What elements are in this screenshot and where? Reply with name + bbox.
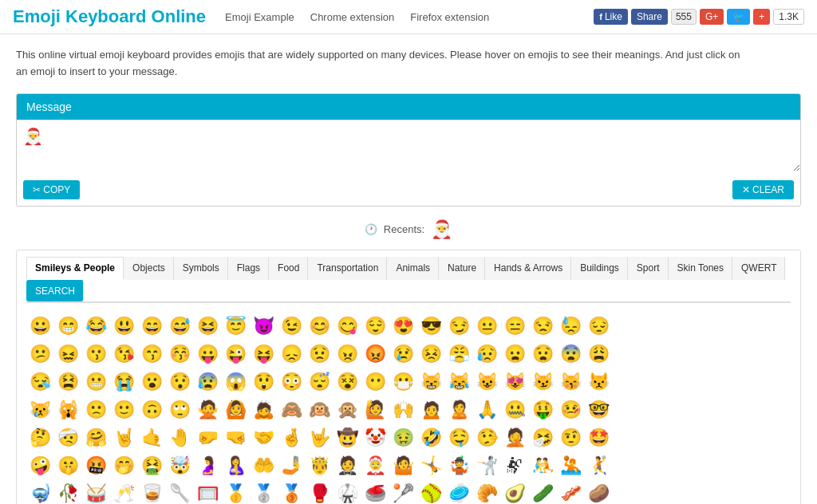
site-title[interactable]: Emoji Keyboard Online <box>13 6 206 27</box>
emoji-cell[interactable]: 🥍 <box>389 480 416 504</box>
share-button[interactable]: Share <box>631 9 668 25</box>
emoji-cell[interactable]: 😟 <box>306 341 333 368</box>
emoji-cell[interactable]: 😖 <box>54 341 81 368</box>
emoji-cell[interactable]: 🤝 <box>250 424 277 451</box>
emoji-cell[interactable]: 😫 <box>54 368 81 396</box>
emoji-cell[interactable]: 🤾 <box>585 452 612 479</box>
emoji-cell[interactable]: 🤺 <box>473 452 500 479</box>
emoji-cell[interactable]: 🙏 <box>473 396 500 423</box>
emoji-cell[interactable]: 🤠 <box>334 424 361 451</box>
tab-hands---arrows[interactable]: Hands & Arrows <box>485 257 571 280</box>
emoji-cell[interactable]: 😬 <box>82 368 109 396</box>
emoji-cell[interactable]: 🥏 <box>445 480 472 504</box>
emoji-cell[interactable]: 😍 <box>389 313 416 340</box>
emoji-cell[interactable]: 😗 <box>82 341 109 368</box>
emoji-cell[interactable]: 😾 <box>585 368 612 396</box>
emoji-cell[interactable]: 🥔 <box>585 480 612 504</box>
emoji-cell[interactable]: 🙊 <box>334 396 361 423</box>
emoji-cell[interactable]: 🥒 <box>529 480 556 504</box>
emoji-cell[interactable]: 😀 <box>26 313 53 340</box>
emoji-cell[interactable]: 🥇 <box>222 480 249 504</box>
emoji-cell[interactable]: 😉 <box>278 313 305 340</box>
emoji-cell[interactable]: 😷 <box>389 368 416 396</box>
emoji-cell[interactable]: 😃 <box>110 313 137 340</box>
emoji-cell[interactable]: 😮 <box>138 368 165 396</box>
emoji-cell[interactable]: 😏 <box>445 313 472 340</box>
tab-nature[interactable]: Nature <box>439 257 485 280</box>
emoji-cell[interactable]: 😵 <box>334 368 361 396</box>
emoji-cell[interactable]: 😧 <box>529 341 556 368</box>
emoji-cell[interactable]: 😰 <box>194 368 221 396</box>
emoji-cell[interactable]: 🥎 <box>417 480 444 504</box>
emoji-cell[interactable]: 😼 <box>529 368 556 396</box>
emoji-cell[interactable]: 🤗 <box>82 424 109 451</box>
emoji-cell[interactable]: 😁 <box>54 313 81 340</box>
twitter-button[interactable]: 🐦 <box>727 9 750 25</box>
emoji-cell[interactable]: 🤪 <box>26 452 53 479</box>
gplus-button[interactable]: G+ <box>700 9 724 25</box>
emoji-cell[interactable]: 🤒 <box>557 396 584 423</box>
emoji-cell[interactable]: 😊 <box>306 313 333 340</box>
emoji-cell[interactable]: 🤴 <box>306 452 333 479</box>
emoji-cell[interactable]: 🤶 <box>361 452 389 479</box>
emoji-cell[interactable]: 😌 <box>361 313 389 340</box>
emoji-cell[interactable]: 🤨 <box>557 424 584 451</box>
emoji-cell[interactable]: 😄 <box>138 313 165 340</box>
emoji-cell[interactable]: 🤥 <box>473 424 500 451</box>
tab-flags[interactable]: Flags <box>228 257 269 280</box>
emoji-cell[interactable]: 😈 <box>250 313 277 340</box>
emoji-cell[interactable]: 🤢 <box>389 424 416 451</box>
emoji-cell[interactable]: 🤔 <box>26 424 53 451</box>
emoji-cell[interactable]: 😻 <box>501 368 528 396</box>
emoji-cell[interactable]: 🥂 <box>110 480 137 504</box>
nav-chrome-extension[interactable]: Chrome extension <box>310 11 395 23</box>
emoji-cell[interactable]: 🙎 <box>445 396 472 423</box>
emoji-cell[interactable]: 🤓 <box>585 396 612 423</box>
emoji-cell[interactable]: 🙇 <box>250 396 277 423</box>
emoji-cell[interactable]: 😳 <box>278 368 305 396</box>
emoji-cell[interactable]: 🤜 <box>222 424 249 451</box>
clear-button[interactable]: ✕ CLEAR <box>732 180 794 199</box>
emoji-cell[interactable]: 🙅 <box>194 396 221 423</box>
emoji-cell[interactable]: 😸 <box>417 368 444 396</box>
emoji-cell[interactable]: 😠 <box>334 341 361 368</box>
emoji-cell[interactable]: 😑 <box>501 313 528 340</box>
emoji-cell[interactable]: 🤯 <box>166 452 193 479</box>
emoji-cell[interactable]: 🥅 <box>194 480 221 504</box>
emoji-cell[interactable]: 🥉 <box>278 480 305 504</box>
emoji-cell[interactable]: 🥄 <box>166 480 193 504</box>
nav-firefox-extension[interactable]: Firefox extension <box>410 11 489 23</box>
emoji-cell[interactable]: 🤦 <box>501 424 528 451</box>
emoji-cell[interactable]: 😋 <box>334 313 361 340</box>
emoji-cell[interactable]: 🤬 <box>82 452 109 479</box>
tab-food[interactable]: Food <box>269 257 308 280</box>
tab-qwert[interactable]: QWERT <box>732 257 785 280</box>
emoji-cell[interactable]: 🥁 <box>82 480 109 504</box>
message-textarea[interactable]: 🎅 <box>17 120 800 171</box>
emoji-cell[interactable]: 😞 <box>278 341 305 368</box>
emoji-cell[interactable]: 😭 <box>110 368 137 396</box>
emoji-cell[interactable]: 😔 <box>585 313 612 340</box>
recents-emoji[interactable]: 🎅 <box>431 219 452 240</box>
emoji-cell[interactable]: 🤷 <box>389 452 416 479</box>
emoji-cell[interactable]: 😐 <box>473 313 500 340</box>
emoji-cell[interactable]: 🥊 <box>306 480 333 504</box>
emoji-cell[interactable]: 😜 <box>222 341 249 368</box>
emoji-cell[interactable]: 😡 <box>361 341 389 368</box>
emoji-cell[interactable]: 🤻 <box>501 452 528 479</box>
emoji-cell[interactable]: 🤭 <box>110 452 137 479</box>
emoji-cell[interactable]: 😤 <box>445 341 472 368</box>
emoji-cell[interactable]: 🤼 <box>529 452 556 479</box>
emoji-cell[interactable]: 😆 <box>194 313 221 340</box>
emoji-cell[interactable]: 🤞 <box>278 424 305 451</box>
emoji-cell[interactable]: 🥋 <box>334 480 361 504</box>
emoji-cell[interactable]: 🤙 <box>138 424 165 451</box>
emoji-cell[interactable]: 🤵 <box>334 452 361 479</box>
emoji-cell[interactable]: 🤽 <box>557 452 584 479</box>
emoji-cell[interactable]: 🤱 <box>222 452 249 479</box>
emoji-cell[interactable]: 😛 <box>194 341 221 368</box>
tab-symbols[interactable]: Symbols <box>174 257 228 280</box>
emoji-cell[interactable]: 😪 <box>26 368 53 396</box>
emoji-cell[interactable]: 🥐 <box>473 480 500 504</box>
tab-animals[interactable]: Animals <box>387 257 439 280</box>
